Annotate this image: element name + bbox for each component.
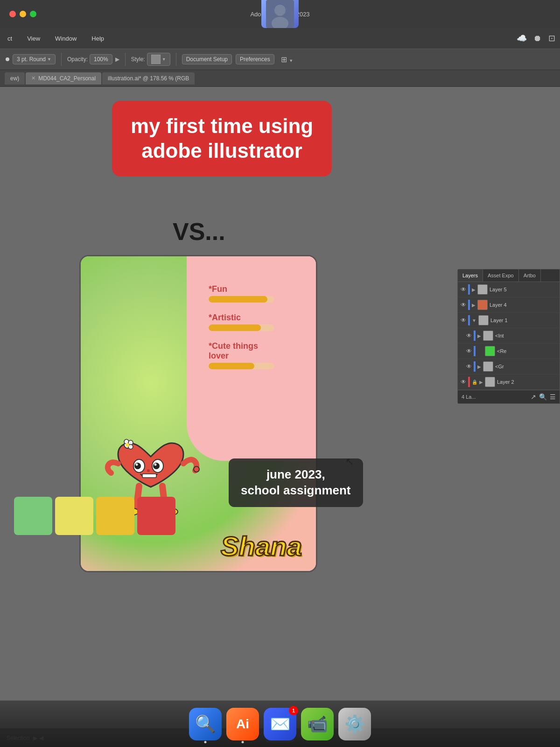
style-label: Style:	[131, 56, 145, 63]
cloud-icon[interactable]: ☁️	[517, 33, 527, 43]
swatch-yellow[interactable]	[96, 497, 134, 535]
arrange-chevron-icon: ▼	[289, 58, 293, 63]
layer-row-5: 👁 ▶ Layer 5	[458, 282, 560, 297]
layer-row-4: 👁 ▶ Layer 4	[458, 297, 560, 313]
settings-icon: ⚙️	[344, 714, 365, 734]
tab-close-icon[interactable]: ✕	[31, 75, 35, 81]
arrange-icon[interactable]: ⊞ ▼	[281, 55, 293, 64]
menu-item-help[interactable]: Help	[89, 33, 107, 44]
layers-tab-asset[interactable]: Asset Expo	[483, 269, 519, 282]
stat-fun: *Fun	[209, 284, 302, 303]
record-icon[interactable]: ⏺	[533, 34, 542, 43]
document-setup-button[interactable]: Document Setup	[182, 54, 232, 64]
opacity-arrow-icon[interactable]: ▶	[115, 56, 119, 63]
svg-point-19	[126, 443, 129, 447]
layer-gr-expand-icon[interactable]: ▶	[477, 364, 481, 369]
opacity-button[interactable]: 100%	[90, 54, 112, 64]
layer-1-visibility-icon[interactable]: 👁	[461, 317, 466, 324]
layers-tab-layers[interactable]: Layers	[458, 269, 483, 282]
layer-2-thumb	[485, 377, 495, 387]
dock-icon-settings[interactable]: ⚙️	[338, 708, 371, 740]
layer-1-expand-icon[interactable]: ▼	[472, 318, 476, 323]
mail-icon: ✉️	[270, 714, 291, 734]
dock-icon-facetime[interactable]: 📹	[301, 708, 334, 740]
layer-re-visibility-icon[interactable]: 👁	[466, 348, 472, 354]
dock-icon-mail[interactable]: ✉️ 1	[264, 708, 296, 740]
layer-5-visibility-icon[interactable]: 👁	[461, 286, 466, 293]
menu-item-view[interactable]: View	[24, 33, 43, 44]
layer-row-2: 👁 🔒 ▶ Layer 2	[458, 374, 560, 390]
menu-item-window[interactable]: Window	[52, 33, 79, 44]
layers-search-icon[interactable]: 🔍	[539, 393, 547, 401]
svg-point-6	[134, 463, 141, 469]
mail-badge: 1	[289, 706, 298, 715]
layer-int-thumb	[483, 331, 493, 341]
menu-bar: ct View Window Help ☁️ ⏺ ⊡	[0, 28, 560, 49]
layers-menu-icon[interactable]: ☰	[550, 393, 556, 401]
stat-artistic-bar-bg	[209, 324, 274, 331]
character-illustration	[85, 412, 211, 557]
dock-icon-finder[interactable]: 🔍	[189, 708, 222, 740]
minimize-button[interactable]	[20, 11, 26, 17]
profile-pic-area	[261, 0, 299, 28]
tab-bar: ew) ✕ MD044_CA2_Personal illustration.ai…	[0, 70, 560, 87]
tab-main[interactable]: ✕ MD044_CA2_Personal	[26, 72, 101, 85]
layer-2-red-bar	[468, 377, 470, 387]
layer-int-visibility-icon[interactable]: 👁	[466, 332, 472, 339]
opacity-item: Opacity: 100% ▶	[67, 54, 119, 64]
stat-cute-label: *Cute thingslover	[209, 341, 302, 361]
layer-row-re: 👁 <Re	[458, 344, 560, 359]
traffic-lights	[9, 11, 36, 17]
layer-2-lock-icon[interactable]: 🔒	[472, 380, 477, 385]
svg-point-7	[153, 463, 160, 469]
illustrator-dot	[242, 741, 244, 743]
tab-illustration[interactable]: illustration.ai* @ 178.56 % (RGB	[102, 72, 195, 85]
layer-int-name: <Int	[495, 333, 557, 338]
style-item: Style: ▼	[131, 53, 170, 66]
layer-re-blue-bar	[474, 346, 476, 356]
layer-5-blue-bar	[468, 284, 470, 295]
tab-prev[interactable]: ew)	[5, 72, 25, 85]
layer-2-expand-icon[interactable]: ▶	[479, 380, 483, 385]
close-button[interactable]	[9, 11, 16, 17]
layers-footer: 4 La... ↗ 🔍 ☰	[458, 390, 560, 403]
svg-rect-11	[142, 474, 156, 478]
svg-point-9	[154, 464, 157, 466]
dock-icon-illustrator[interactable]: Ai	[226, 708, 259, 740]
stat-cute: *Cute thingslover	[209, 341, 302, 369]
swatch-red[interactable]	[137, 497, 175, 535]
layer-5-expand-icon[interactable]: ▶	[472, 287, 476, 292]
stroke-button[interactable]: 3 pt. Round ▼	[13, 54, 56, 64]
toolbar-divider-2	[125, 53, 126, 66]
maximize-button[interactable]	[30, 11, 36, 17]
style-button[interactable]: ▼	[147, 53, 170, 66]
layer-4-thumb	[477, 300, 488, 310]
stat-artistic-label: *Artistic	[209, 313, 302, 323]
stat-artistic: *Artistic	[209, 313, 302, 331]
layers-tab-artboard[interactable]: Artbo	[519, 269, 541, 282]
layer-4-expand-icon[interactable]: ▶	[472, 303, 476, 308]
facetime-icon: 📹	[307, 714, 328, 734]
profile-pic	[261, 0, 299, 28]
layer-gr-blue-bar	[474, 361, 476, 372]
layer-int-expand-icon[interactable]: ▶	[477, 333, 481, 338]
layer-2-visibility-icon[interactable]: 👁	[461, 379, 466, 385]
layer-1-thumb	[478, 315, 489, 325]
finder-icon: 🔍	[195, 714, 216, 734]
opacity-label: Opacity:	[67, 56, 88, 63]
preferences-button[interactable]: Preferences	[236, 54, 274, 64]
vs-text: VS...	[173, 218, 225, 246]
menu-item-ct[interactable]: ct	[5, 33, 15, 44]
window-icon[interactable]: ⊡	[548, 33, 555, 43]
swatch-light-yellow[interactable]	[55, 497, 93, 535]
card-stats: *Fun *Artistic *Cute thingslover	[209, 284, 302, 380]
layer-gr-visibility-icon[interactable]: 👁	[466, 363, 472, 370]
color-swatches	[14, 497, 175, 535]
date-text: june 2023, school assignment	[241, 467, 351, 499]
stroke-selector: 3 pt. Round ▼	[6, 54, 56, 64]
main-area: my first time using adobe illustrator VS…	[0, 87, 560, 680]
layer-row-gr: 👁 ▶ <Gr	[458, 359, 560, 374]
swatch-green[interactable]	[14, 497, 52, 535]
layer-4-visibility-icon[interactable]: 👁	[461, 302, 466, 308]
layers-export-icon[interactable]: ↗	[531, 393, 536, 401]
